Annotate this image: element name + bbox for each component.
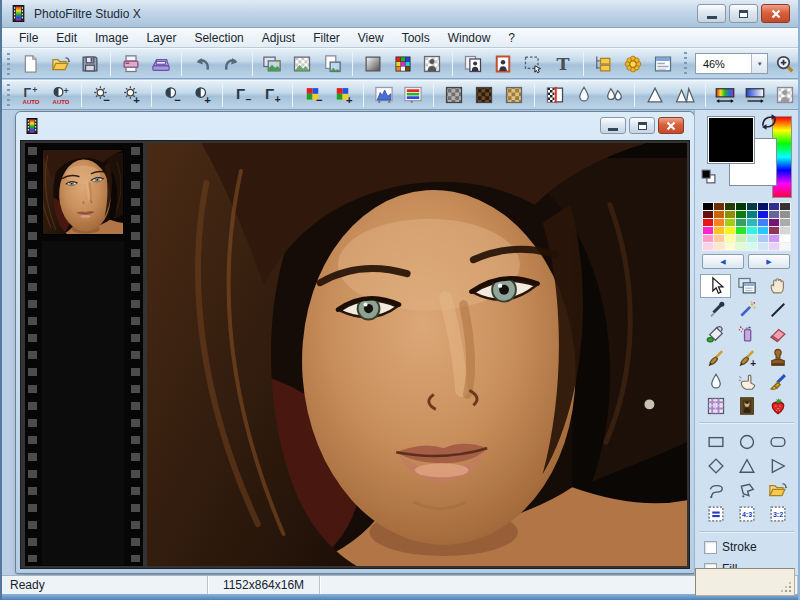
bright-plus-button[interactable] <box>118 82 144 108</box>
alpha-person-button[interactable] <box>420 51 446 77</box>
image-close-button[interactable] <box>658 117 684 134</box>
ratio-43-button[interactable] <box>731 502 762 526</box>
shape-rect-button[interactable] <box>700 430 731 454</box>
bw-mask-button[interactable] <box>542 82 568 108</box>
dup-button[interactable] <box>460 51 486 77</box>
menu-filter[interactable]: Filter <box>304 29 349 47</box>
shape-ellipse-button[interactable] <box>731 430 762 454</box>
palette-color[interactable] <box>747 243 757 250</box>
palette-button[interactable] <box>390 51 416 77</box>
menu-image[interactable]: Image <box>86 29 137 47</box>
palette-color[interactable] <box>725 235 735 242</box>
undo-button[interactable] <box>189 51 215 77</box>
line-tool[interactable] <box>762 298 793 322</box>
palette-color[interactable] <box>736 227 746 234</box>
open-button[interactable] <box>48 51 74 77</box>
ratio-eq-button[interactable] <box>700 502 731 526</box>
swap-colors-icon[interactable] <box>759 112 779 132</box>
dup-red-button[interactable] <box>490 51 516 77</box>
save-button[interactable] <box>78 51 104 77</box>
gradient-button[interactable] <box>360 51 386 77</box>
palette-color[interactable] <box>714 243 724 250</box>
image-document-window[interactable] <box>16 112 694 573</box>
drop-tool[interactable] <box>700 370 731 394</box>
palette-color[interactable] <box>703 219 713 226</box>
image-maximize-button[interactable] <box>629 117 655 134</box>
sat-plus-button[interactable] <box>330 82 356 108</box>
brush-tool[interactable] <box>700 346 731 370</box>
eraser-tool[interactable] <box>762 322 793 346</box>
artbrush-tool[interactable] <box>762 370 793 394</box>
image-window-titlebar[interactable] <box>16 112 694 140</box>
palette-color[interactable] <box>769 243 779 250</box>
tri2-button[interactable] <box>672 82 698 108</box>
palette-color[interactable] <box>725 203 735 210</box>
palette-color[interactable] <box>725 227 735 234</box>
explorer-button[interactable] <box>591 51 617 77</box>
title-bar[interactable]: PhotoFiltre Studio X <box>2 0 798 28</box>
palette-color[interactable] <box>769 235 779 242</box>
wand-tool[interactable] <box>731 298 762 322</box>
palette-color[interactable] <box>780 243 790 250</box>
alpha-person-gray-button[interactable] <box>772 82 798 108</box>
scan-button[interactable] <box>148 51 174 77</box>
alpha-img-button[interactable] <box>289 51 315 77</box>
toolbar-gripper[interactable] <box>7 84 10 106</box>
zoom-dropdown-button[interactable]: ▼ <box>751 54 767 73</box>
palette-color[interactable] <box>703 211 713 218</box>
stroke-checkbox[interactable] <box>704 541 717 554</box>
hue-range-button[interactable] <box>713 82 739 108</box>
drops2-button[interactable] <box>601 82 627 108</box>
reset-colors-icon[interactable] <box>700 168 717 185</box>
palette-color[interactable] <box>725 219 735 226</box>
contrast-auto-button[interactable] <box>48 82 74 108</box>
palette-color[interactable] <box>714 211 724 218</box>
pattern-tool[interactable] <box>700 394 731 418</box>
palette-color[interactable] <box>703 203 713 210</box>
stamp-tool[interactable] <box>762 346 793 370</box>
close-button[interactable] <box>761 4 790 23</box>
drop-button[interactable] <box>571 82 597 108</box>
menu-layer[interactable]: Layer <box>137 29 185 47</box>
new-button[interactable] <box>18 51 44 77</box>
levels-button[interactable] <box>401 82 427 108</box>
ratio-32-button[interactable] <box>762 502 793 526</box>
shape-rtri-button[interactable] <box>762 454 793 478</box>
module-button[interactable] <box>650 51 676 77</box>
palette-color[interactable] <box>714 203 724 210</box>
zoom-in-button[interactable] <box>772 51 798 77</box>
palette-color[interactable] <box>747 227 757 234</box>
palette-color[interactable] <box>714 235 724 242</box>
palette-color[interactable] <box>780 203 790 210</box>
strawberry-tool[interactable] <box>762 394 793 418</box>
palette-color[interactable] <box>758 219 768 226</box>
tri-button[interactable] <box>642 82 668 108</box>
palette-color[interactable] <box>747 203 757 210</box>
monalisa-tool[interactable] <box>731 394 762 418</box>
contrast-plus-button[interactable] <box>189 82 215 108</box>
gamma-minus-button[interactable] <box>230 82 256 108</box>
shape-diamond-button[interactable] <box>700 454 731 478</box>
palette-color[interactable] <box>780 211 790 218</box>
select-button[interactable] <box>520 51 546 77</box>
palette-color[interactable] <box>736 219 746 226</box>
palette-color[interactable] <box>780 235 790 242</box>
maximize-button[interactable] <box>729 4 758 23</box>
shape-poly-button[interactable] <box>731 478 762 502</box>
shape-rrect-button[interactable] <box>762 430 793 454</box>
zoom-level-combo[interactable]: 46%▼ <box>695 53 768 74</box>
palette-prev-button[interactable]: ◀ <box>702 254 744 269</box>
menu-selection[interactable]: Selection <box>185 29 252 47</box>
mosaic-gray-button[interactable] <box>441 82 467 108</box>
brush-plus-tool[interactable] <box>731 346 762 370</box>
menu-view[interactable]: View <box>349 29 393 47</box>
palette-color[interactable] <box>736 203 746 210</box>
palette-color[interactable] <box>769 211 779 218</box>
pipette-tool[interactable] <box>700 298 731 322</box>
bucket-tool[interactable] <box>700 322 731 346</box>
minimize-button[interactable] <box>697 4 726 23</box>
gamma-plus-button[interactable] <box>259 82 285 108</box>
histogram-button[interactable] <box>371 82 397 108</box>
photos-button[interactable] <box>260 51 286 77</box>
gamma-auto-button[interactable] <box>18 82 44 108</box>
